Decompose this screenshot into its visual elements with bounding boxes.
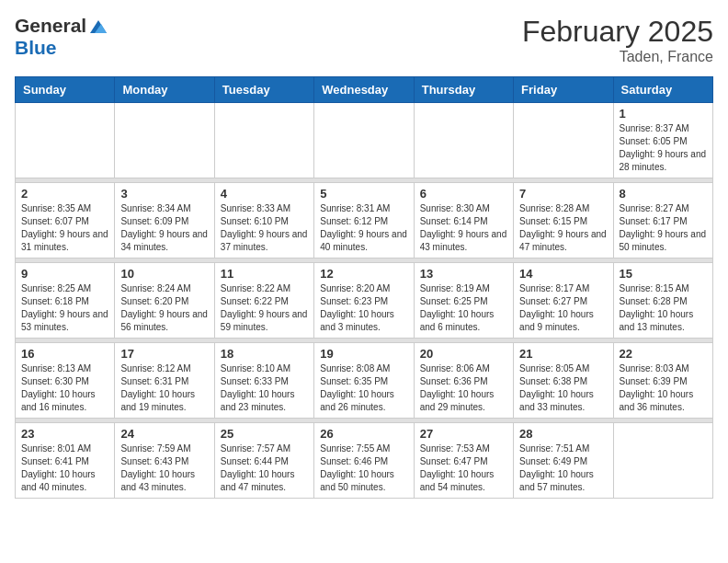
calendar-cell (414, 103, 513, 178)
day-number: 25 (221, 427, 308, 441)
day-info: Sunrise: 8:24 AM Sunset: 6:20 PM Dayligh… (120, 282, 208, 334)
day-info: Sunrise: 8:05 AM Sunset: 6:38 PM Dayligh… (519, 362, 607, 414)
calendar-cell (514, 103, 613, 178)
calendar-cell: 25Sunrise: 7:57 AM Sunset: 6:44 PM Dayli… (214, 423, 313, 499)
calendar-cell: 11Sunrise: 8:22 AM Sunset: 6:22 PM Dayli… (214, 263, 313, 339)
logo-blue: Blue (15, 37, 108, 59)
weekday-header-tuesday: Tuesday (214, 77, 313, 103)
day-number: 12 (320, 267, 407, 281)
day-number: 10 (120, 267, 208, 281)
day-number: 4 (221, 187, 308, 201)
calendar-cell: 3Sunrise: 8:34 AM Sunset: 6:09 PM Daylig… (115, 183, 214, 259)
calendar-cell (115, 103, 214, 178)
day-number: 9 (21, 267, 108, 281)
day-number: 20 (420, 347, 507, 361)
day-info: Sunrise: 8:12 AM Sunset: 6:31 PM Dayligh… (120, 362, 208, 414)
calendar-cell: 20Sunrise: 8:06 AM Sunset: 6:36 PM Dayli… (414, 343, 513, 419)
weekday-header-thursday: Thursday (414, 77, 513, 103)
logo-text: General (15, 15, 108, 37)
day-number: 1 (620, 107, 707, 121)
calendar-cell: 19Sunrise: 8:08 AM Sunset: 6:35 PM Dayli… (314, 343, 414, 419)
calendar-cell (16, 103, 115, 178)
day-info: Sunrise: 8:35 AM Sunset: 6:07 PM Dayligh… (21, 202, 108, 254)
day-info: Sunrise: 7:57 AM Sunset: 6:44 PM Dayligh… (221, 442, 308, 494)
calendar-cell: 5Sunrise: 8:31 AM Sunset: 6:12 PM Daylig… (314, 183, 414, 259)
day-number: 19 (320, 347, 407, 361)
day-number: 2 (21, 187, 108, 201)
day-info: Sunrise: 8:33 AM Sunset: 6:10 PM Dayligh… (221, 202, 308, 254)
calendar-cell (314, 103, 414, 178)
calendar-week-3: 9Sunrise: 8:25 AM Sunset: 6:18 PM Daylig… (16, 263, 713, 339)
calendar-week-5: 23Sunrise: 8:01 AM Sunset: 6:41 PM Dayli… (16, 423, 713, 499)
title-section: February 2025 Taden, France (522, 15, 713, 65)
day-info: Sunrise: 8:01 AM Sunset: 6:41 PM Dayligh… (21, 442, 108, 494)
day-info: Sunrise: 8:06 AM Sunset: 6:36 PM Dayligh… (420, 362, 507, 414)
calendar-cell: 14Sunrise: 8:17 AM Sunset: 6:27 PM Dayli… (514, 263, 613, 339)
weekday-header-monday: Monday (115, 77, 214, 103)
calendar-cell: 17Sunrise: 8:12 AM Sunset: 6:31 PM Dayli… (115, 343, 214, 419)
day-number: 24 (120, 427, 208, 441)
calendar-cell: 21Sunrise: 8:05 AM Sunset: 6:38 PM Dayli… (514, 343, 613, 419)
month-title: February 2025 (522, 15, 713, 49)
day-info: Sunrise: 8:34 AM Sunset: 6:09 PM Dayligh… (120, 202, 208, 254)
day-number: 18 (221, 347, 308, 361)
calendar-week-4: 16Sunrise: 8:13 AM Sunset: 6:30 PM Dayli… (16, 343, 713, 419)
calendar-cell: 2Sunrise: 8:35 AM Sunset: 6:07 PM Daylig… (16, 183, 115, 259)
day-number: 13 (420, 267, 507, 281)
calendar-cell: 9Sunrise: 8:25 AM Sunset: 6:18 PM Daylig… (16, 263, 115, 339)
day-info: Sunrise: 8:22 AM Sunset: 6:22 PM Dayligh… (221, 282, 308, 334)
logo: General Blue (15, 15, 108, 60)
day-info: Sunrise: 8:15 AM Sunset: 6:28 PM Dayligh… (620, 282, 707, 334)
calendar-cell: 10Sunrise: 8:24 AM Sunset: 6:20 PM Dayli… (115, 263, 214, 339)
calendar-header-row: SundayMondayTuesdayWednesdayThursdayFrid… (16, 77, 713, 103)
calendar-cell: 13Sunrise: 8:19 AM Sunset: 6:25 PM Dayli… (414, 263, 513, 339)
weekday-header-sunday: Sunday (16, 77, 115, 103)
day-number: 28 (519, 427, 607, 441)
calendar-cell: 1Sunrise: 8:37 AM Sunset: 6:05 PM Daylig… (613, 103, 712, 178)
day-info: Sunrise: 8:30 AM Sunset: 6:14 PM Dayligh… (420, 202, 507, 254)
day-info: Sunrise: 8:03 AM Sunset: 6:39 PM Dayligh… (620, 362, 707, 414)
calendar-cell: 27Sunrise: 7:53 AM Sunset: 6:47 PM Dayli… (414, 423, 513, 499)
day-number: 26 (320, 427, 407, 441)
day-number: 22 (620, 347, 707, 361)
day-number: 3 (120, 187, 208, 201)
day-info: Sunrise: 8:17 AM Sunset: 6:27 PM Dayligh… (519, 282, 607, 334)
day-info: Sunrise: 8:25 AM Sunset: 6:18 PM Dayligh… (21, 282, 108, 334)
day-info: Sunrise: 8:10 AM Sunset: 6:33 PM Dayligh… (221, 362, 308, 414)
calendar-week-2: 2Sunrise: 8:35 AM Sunset: 6:07 PM Daylig… (16, 183, 713, 259)
calendar-table: SundayMondayTuesdayWednesdayThursdayFrid… (15, 76, 713, 499)
day-number: 21 (519, 347, 607, 361)
calendar-cell: 15Sunrise: 8:15 AM Sunset: 6:28 PM Dayli… (613, 263, 712, 339)
weekday-header-friday: Friday (514, 77, 613, 103)
day-info: Sunrise: 8:31 AM Sunset: 6:12 PM Dayligh… (320, 202, 407, 254)
calendar-cell: 12Sunrise: 8:20 AM Sunset: 6:23 PM Dayli… (314, 263, 414, 339)
day-number: 27 (420, 427, 507, 441)
day-info: Sunrise: 8:28 AM Sunset: 6:15 PM Dayligh… (519, 202, 607, 254)
day-number: 11 (221, 267, 308, 281)
day-info: Sunrise: 7:59 AM Sunset: 6:43 PM Dayligh… (120, 442, 208, 494)
calendar-cell: 22Sunrise: 8:03 AM Sunset: 6:39 PM Dayli… (613, 343, 712, 419)
calendar-cell: 24Sunrise: 7:59 AM Sunset: 6:43 PM Dayli… (115, 423, 214, 499)
day-info: Sunrise: 8:13 AM Sunset: 6:30 PM Dayligh… (21, 362, 108, 414)
logo-icon (88, 17, 108, 37)
day-number: 5 (320, 187, 407, 201)
calendar-cell (214, 103, 313, 178)
calendar-cell: 23Sunrise: 8:01 AM Sunset: 6:41 PM Dayli… (16, 423, 115, 499)
weekday-header-wednesday: Wednesday (314, 77, 414, 103)
weekday-header-saturday: Saturday (613, 77, 712, 103)
day-info: Sunrise: 8:37 AM Sunset: 6:05 PM Dayligh… (620, 122, 707, 174)
day-info: Sunrise: 8:20 AM Sunset: 6:23 PM Dayligh… (320, 282, 407, 334)
day-number: 6 (420, 187, 507, 201)
day-info: Sunrise: 7:51 AM Sunset: 6:49 PM Dayligh… (519, 442, 607, 494)
day-info: Sunrise: 7:53 AM Sunset: 6:47 PM Dayligh… (420, 442, 507, 494)
day-info: Sunrise: 8:19 AM Sunset: 6:25 PM Dayligh… (420, 282, 507, 334)
calendar-cell: 18Sunrise: 8:10 AM Sunset: 6:33 PM Dayli… (214, 343, 313, 419)
header: General Blue February 2025 Taden, France (15, 15, 713, 65)
day-number: 17 (120, 347, 208, 361)
day-info: Sunrise: 8:27 AM Sunset: 6:17 PM Dayligh… (620, 202, 707, 254)
calendar-week-1: 1Sunrise: 8:37 AM Sunset: 6:05 PM Daylig… (16, 103, 713, 178)
day-number: 23 (21, 427, 108, 441)
day-info: Sunrise: 7:55 AM Sunset: 6:46 PM Dayligh… (320, 442, 407, 494)
calendar-cell: 26Sunrise: 7:55 AM Sunset: 6:46 PM Dayli… (314, 423, 414, 499)
day-info: Sunrise: 8:08 AM Sunset: 6:35 PM Dayligh… (320, 362, 407, 414)
